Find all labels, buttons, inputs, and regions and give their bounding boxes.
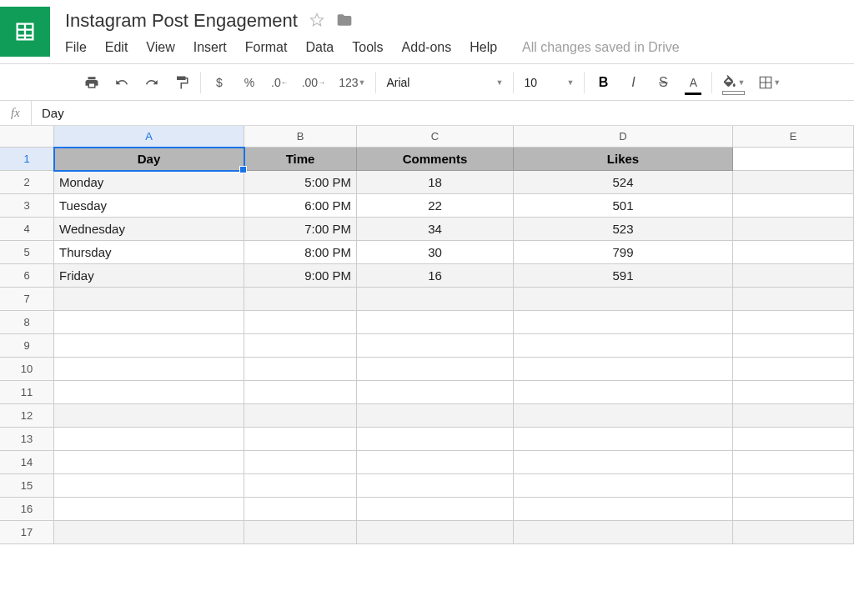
cell-c16[interactable]: [357, 498, 514, 521]
formula-input[interactable]: Day: [32, 101, 854, 125]
cell-a12[interactable]: [54, 404, 244, 428]
cell-c2[interactable]: 18: [357, 171, 514, 194]
fill-color-button[interactable]: ▼: [722, 73, 745, 93]
cell-d5[interactable]: 799: [514, 241, 733, 264]
row-header-13[interactable]: 13: [0, 428, 54, 451]
cell-e4[interactable]: [733, 218, 854, 241]
row-header-9[interactable]: 9: [0, 334, 54, 358]
decrease-decimal-button[interactable]: .0←: [271, 73, 289, 93]
cell-e12[interactable]: [733, 404, 854, 428]
cell-b5[interactable]: 8:00 PM: [244, 241, 357, 264]
cell-a7[interactable]: [54, 288, 244, 311]
cell-b17[interactable]: [244, 521, 357, 544]
cell-b1[interactable]: Time: [244, 148, 357, 171]
redo-icon[interactable]: [143, 73, 160, 93]
cell-a15[interactable]: [54, 474, 244, 498]
percent-button[interactable]: %: [241, 73, 258, 93]
cell-e14[interactable]: [733, 451, 854, 474]
more-formats-button[interactable]: 123 ▼: [339, 73, 365, 93]
cell-d1[interactable]: Likes: [514, 148, 733, 171]
cell-b12[interactable]: [244, 404, 357, 428]
row-header-5[interactable]: 5: [0, 241, 54, 264]
row-header-6[interactable]: 6: [0, 264, 54, 288]
cell-b13[interactable]: [244, 428, 357, 451]
row-header-3[interactable]: 3: [0, 194, 54, 218]
row-header-8[interactable]: 8: [0, 311, 54, 334]
menu-addons[interactable]: Add-ons: [402, 40, 452, 55]
cell-b6[interactable]: 9:00 PM: [244, 264, 357, 288]
cell-d6[interactable]: 591: [514, 264, 733, 288]
cell-c17[interactable]: [357, 521, 514, 544]
cell-a11[interactable]: [54, 381, 244, 404]
currency-button[interactable]: $: [211, 73, 228, 93]
cell-c3[interactable]: 22: [357, 194, 514, 218]
cell-c6[interactable]: 16: [357, 264, 514, 288]
cell-c15[interactable]: [357, 474, 514, 498]
borders-button[interactable]: ▼: [758, 73, 781, 93]
cell-a2[interactable]: Monday: [54, 171, 244, 194]
print-icon[interactable]: [83, 73, 100, 93]
menu-view[interactable]: View: [146, 40, 174, 55]
cell-d15[interactable]: [514, 474, 733, 498]
cell-a3[interactable]: Tuesday: [54, 194, 244, 218]
bold-button[interactable]: B: [595, 73, 611, 93]
cell-e7[interactable]: [733, 288, 854, 311]
cell-e1[interactable]: [733, 148, 854, 171]
cell-e16[interactable]: [733, 498, 854, 521]
star-icon[interactable]: [309, 13, 324, 30]
row-header-16[interactable]: 16: [0, 498, 54, 521]
cell-d17[interactable]: [514, 521, 733, 544]
menu-data[interactable]: Data: [305, 40, 334, 55]
cell-a14[interactable]: [54, 451, 244, 474]
spreadsheet-grid[interactable]: ABCDE1DayTimeCommentsLikes2Monday5:00 PM…: [0, 126, 854, 544]
cell-e11[interactable]: [733, 381, 854, 404]
cell-d14[interactable]: [514, 451, 733, 474]
cell-d2[interactable]: 524: [514, 171, 733, 194]
cell-d4[interactable]: 523: [514, 218, 733, 241]
cell-b4[interactable]: 7:00 PM: [244, 218, 357, 241]
row-header-14[interactable]: 14: [0, 451, 54, 474]
cell-b14[interactable]: [244, 451, 357, 474]
cell-d11[interactable]: [514, 381, 733, 404]
cell-e3[interactable]: [733, 194, 854, 218]
menu-file[interactable]: File: [65, 40, 87, 55]
cell-e17[interactable]: [733, 521, 854, 544]
cell-c13[interactable]: [357, 428, 514, 451]
cell-a5[interactable]: Thursday: [54, 241, 244, 264]
row-header-10[interactable]: 10: [0, 358, 54, 381]
row-header-11[interactable]: 11: [0, 381, 54, 404]
document-title[interactable]: Instagram Post Engagement: [65, 10, 298, 32]
row-header-2[interactable]: 2: [0, 171, 54, 194]
strikethrough-button[interactable]: S: [655, 73, 671, 93]
cell-d16[interactable]: [514, 498, 733, 521]
cell-c4[interactable]: 34: [357, 218, 514, 241]
paint-format-icon[interactable]: [173, 73, 190, 93]
row-header-7[interactable]: 7: [0, 288, 54, 311]
cell-c8[interactable]: [357, 311, 514, 334]
cell-c9[interactable]: [357, 334, 514, 358]
font-size-select[interactable]: 10 ▼: [524, 76, 574, 89]
cell-a16[interactable]: [54, 498, 244, 521]
cell-c14[interactable]: [357, 451, 514, 474]
row-header-1[interactable]: 1: [0, 148, 54, 171]
row-header-12[interactable]: 12: [0, 404, 54, 428]
cell-a1[interactable]: Day: [54, 148, 244, 171]
cell-d3[interactable]: 501: [514, 194, 733, 218]
cell-a17[interactable]: [54, 521, 244, 544]
increase-decimal-button[interactable]: .00→: [302, 73, 325, 93]
font-family-select[interactable]: Arial ▼: [386, 76, 503, 89]
row-header-15[interactable]: 15: [0, 474, 54, 498]
menu-format[interactable]: Format: [245, 40, 288, 55]
column-header-d[interactable]: D: [514, 126, 733, 148]
cell-e8[interactable]: [733, 311, 854, 334]
cell-a6[interactable]: Friday: [54, 264, 244, 288]
cell-c11[interactable]: [357, 381, 514, 404]
cell-e5[interactable]: [733, 241, 854, 264]
menu-help[interactable]: Help: [470, 40, 497, 55]
cell-b2[interactable]: 5:00 PM: [244, 171, 357, 194]
folder-icon[interactable]: [336, 12, 353, 31]
undo-icon[interactable]: [113, 73, 130, 93]
cell-e2[interactable]: [733, 171, 854, 194]
row-header-17[interactable]: 17: [0, 521, 54, 544]
cell-e15[interactable]: [733, 474, 854, 498]
